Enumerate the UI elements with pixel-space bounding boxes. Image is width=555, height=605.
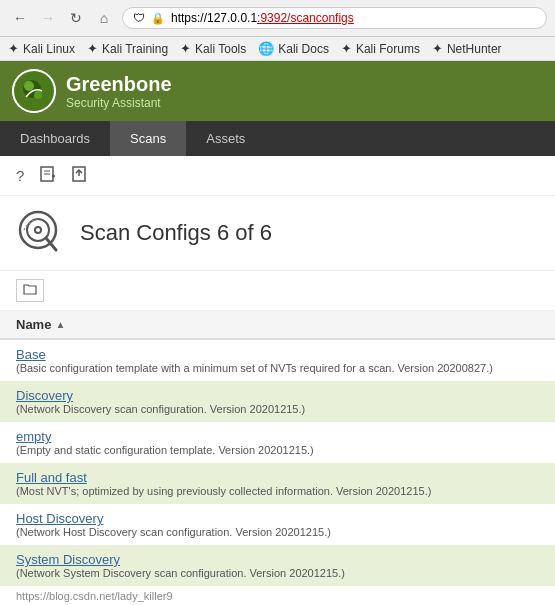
greenbone-logo-svg (12, 69, 56, 113)
upload-icon (72, 166, 88, 182)
bookmark-icon: ✦ (8, 41, 19, 56)
table-row: System Discovery(Network System Discover… (0, 545, 555, 586)
bookmark-label: Kali Tools (195, 42, 246, 56)
name-column-header[interactable]: Name ▲ (0, 311, 555, 339)
scan-config-description: (Network System Discovery scan configura… (16, 567, 539, 583)
app-header: Greenbone Security Assistant (0, 61, 555, 121)
nav-scans[interactable]: Scans (110, 121, 186, 156)
svg-point-4 (34, 91, 42, 99)
bookmarks-bar: ✦ Kali Linux ✦ Kali Training ✦ Kali Tool… (0, 37, 555, 61)
scan-config-name-link[interactable]: Base (16, 343, 539, 362)
table-row: Host Discovery(Network Host Discovery sc… (0, 504, 555, 545)
scan-config-name-link[interactable]: empty (16, 425, 539, 444)
page-title: Scan Configs 6 of 6 (80, 220, 272, 246)
help-button[interactable]: ? (12, 165, 28, 186)
filter-button[interactable] (16, 279, 44, 302)
bookmark-label: Kali Training (102, 42, 168, 56)
sort-asc-icon: ▲ (55, 319, 65, 330)
bookmark-label: NetHunter (447, 42, 502, 56)
scan-config-description: (Most NVT's; optimized by using previous… (16, 485, 539, 501)
bookmark-icon: ✦ (87, 41, 98, 56)
scan-config-name-link[interactable]: Full and fast (16, 466, 539, 485)
scan-configs-table: Name ▲ Base(Basic configuration template… (0, 311, 555, 586)
table-cell: Base(Basic configuration template with a… (0, 339, 555, 381)
table-cell: Full and fast(Most NVT's; optimized by u… (0, 463, 555, 504)
table-row: Full and fast(Most NVT's; optimized by u… (0, 463, 555, 504)
back-button[interactable]: ← (8, 6, 32, 30)
table-row: empty(Empty and static configuration tem… (0, 422, 555, 463)
scan-config-name-link[interactable]: Host Discovery (16, 507, 539, 526)
shield-icon: 🛡 (133, 11, 145, 25)
globe-icon: 🌐 (258, 41, 274, 56)
footer-note: https://blog.csdn.net/lady_killer9 (0, 586, 555, 605)
new-icon (40, 166, 56, 182)
nav-assets[interactable]: Assets (186, 121, 265, 156)
nav-buttons: ← → ↻ ⌂ (8, 6, 116, 30)
bookmark-nethunter[interactable]: ✦ NetHunter (432, 41, 502, 56)
nav-bar: Dashboards Scans Assets (0, 121, 555, 156)
reload-button[interactable]: ↻ (64, 6, 88, 30)
scan-config-description: (Basic configuration template with a min… (16, 362, 539, 378)
brand-name: Greenbone (66, 73, 172, 96)
nav-dashboards[interactable]: Dashboards (0, 121, 110, 156)
bookmark-icon: ✦ (341, 41, 352, 56)
bookmark-label: Kali Linux (23, 42, 75, 56)
url-highlight: :9392/scanconfigs (257, 11, 354, 25)
bookmark-kali-tools[interactable]: ✦ Kali Tools (180, 41, 246, 56)
table-row: Base(Basic configuration template with a… (0, 339, 555, 381)
scan-config-icon (16, 208, 66, 258)
lock-icon: 🔒 (151, 12, 165, 25)
address-bar[interactable]: 🛡 🔒 https://127.0.0.1:9392/scanconfigs (122, 7, 547, 29)
main-content: ? (0, 156, 555, 605)
brand-text: Greenbone Security Assistant (66, 73, 172, 110)
home-button[interactable]: ⌂ (92, 6, 116, 30)
scan-config-description: (Network Host Discovery scan configurati… (16, 526, 539, 542)
page-header: Scan Configs 6 of 6 (0, 196, 555, 271)
new-item-button[interactable] (36, 164, 60, 187)
bookmark-kali-docs[interactable]: 🌐 Kali Docs (258, 41, 329, 56)
table-cell: Host Discovery(Network Host Discovery sc… (0, 504, 555, 545)
svg-point-15 (36, 228, 40, 232)
table-cell: empty(Empty and static configuration tem… (0, 422, 555, 463)
filter-area (0, 271, 555, 311)
forward-button[interactable]: → (36, 6, 60, 30)
scan-config-description: (Empty and static configuration template… (16, 444, 539, 460)
url-text: https://127.0.0.1:9392/scanconfigs (171, 11, 354, 25)
bookmark-label: Kali Forums (356, 42, 420, 56)
brand-subtitle: Security Assistant (66, 96, 172, 110)
logo (12, 69, 56, 113)
bookmark-icon: ✦ (180, 41, 191, 56)
table-row: Discovery(Network Discovery scan configu… (0, 381, 555, 422)
bookmark-kali-linux[interactable]: ✦ Kali Linux (8, 41, 75, 56)
scan-config-name-link[interactable]: Discovery (16, 384, 539, 403)
svg-point-3 (24, 81, 34, 91)
bookmark-kali-training[interactable]: ✦ Kali Training (87, 41, 168, 56)
scan-config-name-link[interactable]: System Discovery (16, 548, 539, 567)
browser-chrome: ← → ↻ ⌂ 🛡 🔒 https://127.0.0.1:9392/scanc… (0, 0, 555, 37)
folder-icon (23, 283, 37, 295)
scan-config-description: (Network Discovery scan configuration. V… (16, 403, 539, 419)
table-cell: System Discovery(Network System Discover… (0, 545, 555, 586)
table-cell: Discovery(Network Discovery scan configu… (0, 381, 555, 422)
bookmark-icon: ✦ (432, 41, 443, 56)
toolbar: ? (0, 156, 555, 196)
import-button[interactable] (68, 164, 92, 187)
bookmark-kali-forums[interactable]: ✦ Kali Forums (341, 41, 420, 56)
bookmark-label: Kali Docs (278, 42, 329, 56)
